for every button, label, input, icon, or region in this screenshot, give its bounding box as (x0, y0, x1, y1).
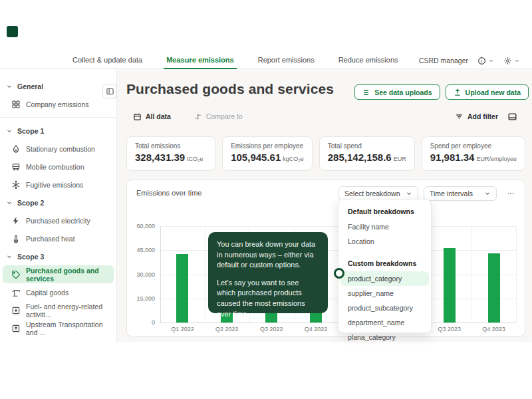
app-window: Collect & update data Measure emissions … (0, 0, 532, 399)
info-menu[interactable] (477, 57, 494, 65)
menu-option-product-category[interactable]: product_category (340, 271, 429, 286)
sidebar-divider (0, 117, 116, 118)
sidebar-section-general[interactable]: General (0, 77, 116, 95)
filter-bar-right: Add filter (455, 112, 517, 122)
chevron-down-icon (488, 58, 494, 64)
x-axis-tick: Q2 2022 (205, 326, 249, 332)
metric-emissions-per-employee: Emissions per employee 105,945.61kgCO₂e (222, 136, 313, 171)
metric-cards: Total emissions 328,431.39tCO₂e Emission… (126, 136, 525, 171)
chevron-down-icon (6, 200, 13, 206)
transport-icon (11, 324, 21, 333)
sidebar-item-purchased-electricity[interactable]: Purchased electricity (3, 211, 114, 229)
sidebar: General Company emissions Scope 1 Statio… (0, 69, 117, 342)
y-axis-tick: 30,000 (136, 271, 155, 278)
menu-option-supplier-name[interactable]: supplier_name (338, 286, 431, 301)
sidebar-section-scope-1[interactable]: Scope 1 (0, 122, 116, 140)
tab-collect-update-data[interactable]: Collect & update data (70, 52, 145, 69)
menu-group-custom-breakdowns: Custom breakdowns (338, 255, 431, 271)
tab-measure-emissions[interactable]: Measure emissions (164, 52, 237, 69)
breakdown-menu: Default breakdowns Facility name Locatio… (338, 199, 432, 333)
lightning-icon (11, 216, 21, 225)
vehicle-icon (11, 162, 21, 172)
see-data-uploads-button[interactable]: See data uploads (354, 84, 440, 100)
sidebar-item-capital-goods[interactable]: Capital goods (3, 283, 114, 301)
upload-new-data-button[interactable]: Upload new data (446, 84, 529, 100)
metric-value: 91,981.34 (430, 152, 475, 163)
metric-total-spend: Total spend 285,142,158.6EUR (319, 136, 415, 171)
metric-unit: EUR (394, 156, 406, 162)
compare-to-filter[interactable]: Compare to (194, 112, 243, 121)
menu-option-product-subcategory[interactable]: product_subcategory (338, 301, 431, 315)
sidebar-item-upstream-transportation[interactable]: Upstream Transportation and ... (3, 319, 114, 337)
sidebar-item-mobile-combustion[interactable]: Mobile combustion (3, 158, 114, 176)
settings-menu[interactable] (503, 57, 520, 65)
chevron-down-icon (6, 83, 13, 90)
sidebar-toggle-button[interactable] (102, 84, 117, 98)
bar-q4-2023[interactable] (488, 253, 500, 323)
x-axis-tick: Q4 2022 (294, 326, 338, 332)
sidebar-item-purchased-heat[interactable]: Purchased heat (3, 229, 114, 247)
sidebar-item-label: Purchased heat (26, 235, 75, 243)
x-axis-tick: Q3 2022 (249, 326, 294, 332)
sidebar-item-label: Fuel- and energy-related activiti... (26, 303, 114, 319)
select-value: Time intervals (430, 190, 473, 198)
nav-tabs: Collect & update data Measure emissions … (70, 52, 401, 69)
x-axis-tick: Q1 2022 (160, 326, 205, 332)
button-label: See data uploads (374, 88, 432, 96)
menu-option-plana-category[interactable]: plana_category (338, 330, 431, 344)
bar-q3-2023[interactable] (444, 248, 456, 323)
time-intervals-dropdown[interactable]: Time intervals (424, 186, 497, 201)
section-label: General (17, 82, 43, 90)
tag-icon (11, 270, 21, 279)
sidebar-item-label: Company emissions (26, 100, 89, 108)
more-options-icon[interactable] (505, 190, 516, 198)
sidebar-item-company-emissions[interactable]: Company emissions (3, 95, 114, 113)
filter-label: All data (146, 112, 171, 120)
menu-option-location[interactable]: Location (338, 234, 431, 249)
tab-report-emissions[interactable]: Report emissions (255, 52, 317, 69)
bar-q1-2022[interactable] (176, 254, 188, 323)
y-axis-tick: 60,000 (136, 223, 155, 229)
filter-label: Compare to (206, 112, 243, 120)
sidebar-section-scope-2[interactable]: Scope 2 (0, 194, 116, 211)
add-filter-button[interactable]: Add filter (455, 112, 498, 121)
role-selector[interactable]: CSRD manager (419, 57, 468, 65)
sidebar-item-fuel-and-energy-related-activities[interactable]: Fuel- and energy-related activiti... (3, 301, 114, 319)
sidebar-item-label: Purchased electricity (26, 217, 90, 225)
sidebar-item-stationary-combustion[interactable]: Stationary combustion (3, 140, 114, 158)
x-axis-tick: Q3 2023 (427, 326, 471, 332)
y-axis-tick: 15,000 (136, 295, 155, 302)
x-axis-tick: Q4 2023 (471, 326, 516, 332)
gridline (516, 226, 517, 323)
chevron-down-icon (484, 190, 491, 197)
metric-value: 105,945.61 (231, 152, 281, 163)
filter-bar: All data Compare to Add filter (133, 109, 517, 124)
sidebar-item-purchased-goods-and-services[interactable]: Purchased goods and services (3, 265, 114, 283)
chevron-down-icon (6, 128, 13, 134)
sidebar-section-scope-3[interactable]: Scope 3 (0, 247, 116, 265)
page-title: Purchased goods and services (126, 81, 334, 97)
metric-unit: EUR/employee (476, 156, 517, 162)
y-axis-tick: 0 (152, 319, 155, 326)
date-range-filter[interactable]: All data (133, 112, 171, 121)
sidebar-item-label: Capital goods (26, 289, 68, 297)
panel-layout-icon (507, 112, 517, 122)
nav-right-cluster: CSRD manager (419, 52, 520, 69)
fuel-icon (11, 306, 21, 315)
menu-option-facility-name[interactable]: Facility name (338, 219, 431, 234)
section-label: Scope 1 (17, 127, 44, 135)
metric-label: Spend per employee (430, 142, 517, 150)
metric-label: Total spend (328, 142, 406, 150)
tab-reduce-emissions[interactable]: Reduce emissions (336, 52, 401, 69)
menu-option-department-name[interactable]: department_name (338, 315, 431, 330)
sidebar-item-fugitive-emissions[interactable]: Fugitive emissions (3, 176, 114, 194)
layout-toggle-button[interactable] (507, 112, 517, 122)
calendar-icon (133, 112, 142, 121)
grid-icon (11, 100, 21, 109)
flame-icon (11, 144, 21, 154)
metric-value: 285,142,158.6 (328, 152, 392, 163)
bar-column (427, 226, 471, 323)
sidebar-item-label: Upstream Transportation and ... (26, 321, 114, 336)
y-axis-tick: 45,000 (136, 247, 155, 253)
section-label: Scope 2 (17, 199, 44, 207)
